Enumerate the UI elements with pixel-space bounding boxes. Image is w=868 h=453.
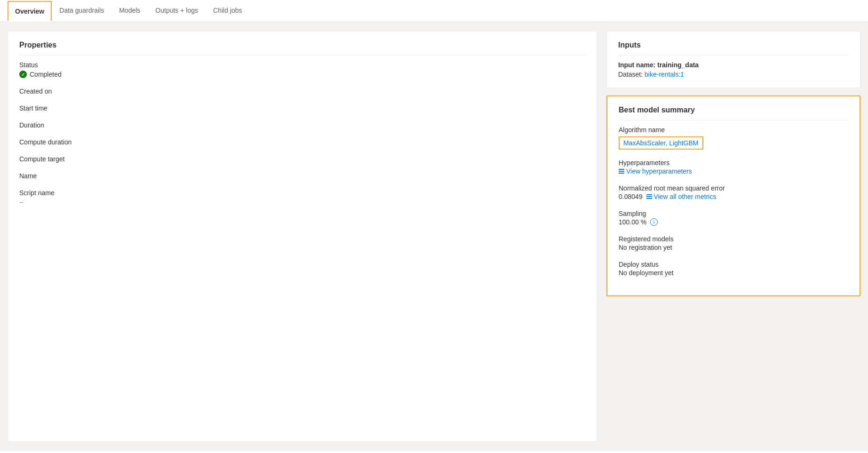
- nrmse-section: Normalized root mean squared error 0.080…: [619, 184, 848, 200]
- nrmse-value: 0.08049: [619, 193, 643, 200]
- inputs-card: Inputs Input name: training_data Dataset…: [606, 31, 860, 88]
- compute-duration-label: Compute duration: [19, 138, 585, 146]
- compute-target-section: Compute target: [19, 155, 585, 163]
- start-time-label: Start time: [19, 104, 585, 112]
- properties-panel: Properties Status Completed Created on S…: [8, 31, 597, 442]
- script-name-section: Script name --: [19, 189, 585, 206]
- name-section: Name: [19, 172, 585, 180]
- hyperparameters-label: Hyperparameters: [619, 159, 848, 167]
- deploy-status-section: Deploy status No deployment yet: [619, 261, 848, 277]
- script-name-value: --: [19, 199, 585, 206]
- nrmse-row: 0.08049 View all other metrics: [619, 193, 848, 200]
- tab-outputs-logs[interactable]: Outputs + logs: [148, 0, 206, 22]
- nrmse-label: Normalized root mean squared error: [619, 184, 848, 192]
- sampling-row: 100.00 % i: [619, 218, 848, 226]
- view-hyperparameters-link[interactable]: View hyperparameters: [619, 167, 692, 175]
- properties-title: Properties: [19, 41, 585, 49]
- dataset-link[interactable]: bike-rentals:1: [645, 71, 684, 78]
- status-value: Completed: [30, 71, 62, 78]
- algorithm-label: Algorithm name: [619, 126, 848, 134]
- status-success-icon: [19, 71, 27, 78]
- registered-models-label: Registered models: [619, 235, 848, 243]
- sampling-value: 100.00 %: [619, 218, 646, 226]
- duration-label: Duration: [19, 121, 585, 129]
- compute-duration-section: Compute duration: [19, 138, 585, 146]
- content-area: Properties Status Completed Created on S…: [0, 22, 868, 451]
- deploy-status-label: Deploy status: [619, 261, 848, 268]
- created-on-section: Created on: [19, 87, 585, 95]
- compute-target-label: Compute target: [19, 155, 585, 163]
- created-on-label: Created on: [19, 87, 585, 95]
- status-row: Completed: [19, 71, 585, 78]
- tab-data-guardrails[interactable]: Data guardrails: [52, 0, 111, 22]
- right-panel: Inputs Input name: training_data Dataset…: [606, 31, 860, 442]
- dataset-label: Dataset:: [618, 71, 643, 78]
- status-label: Status: [19, 61, 585, 69]
- view-other-metrics-link[interactable]: View all other metrics: [646, 193, 717, 200]
- tab-overview[interactable]: Overview: [8, 1, 52, 21]
- start-time-section: Start time: [19, 104, 585, 112]
- tab-bar: Overview Data guardrails Models Outputs …: [0, 0, 868, 22]
- sampling-label: Sampling: [619, 210, 848, 217]
- algorithm-value[interactable]: MaxAbsScaler, LightGBM: [619, 136, 703, 150]
- dataset-row: Dataset: bike-rentals:1: [618, 71, 849, 78]
- duration-section: Duration: [19, 121, 585, 129]
- name-label: Name: [19, 172, 585, 180]
- hyperparameters-row: View hyperparameters: [619, 167, 848, 175]
- status-section: Status Completed: [19, 61, 585, 78]
- hyperparameters-section: Hyperparameters View hyperparameters: [619, 159, 848, 175]
- tab-child-jobs[interactable]: Child jobs: [206, 0, 249, 22]
- list-icon-metrics: [646, 194, 652, 199]
- script-name-label: Script name: [19, 189, 585, 197]
- view-other-metrics-label: View all other metrics: [654, 193, 717, 200]
- deploy-status-value: No deployment yet: [619, 269, 848, 277]
- best-model-title: Best model summary: [619, 106, 848, 114]
- sampling-info-icon[interactable]: i: [650, 218, 658, 226]
- tab-models[interactable]: Models: [111, 0, 148, 22]
- best-model-card: Best model summary Algorithm name MaxAbs…: [606, 95, 860, 296]
- input-name: Input name: training_data: [618, 61, 849, 69]
- registered-models-section: Registered models No registration yet: [619, 235, 848, 251]
- inputs-title: Inputs: [618, 41, 849, 49]
- registered-models-value: No registration yet: [619, 244, 848, 251]
- sampling-section: Sampling 100.00 % i: [619, 210, 848, 226]
- view-hyperparameters-label: View hyperparameters: [626, 167, 692, 175]
- algorithm-section: Algorithm name MaxAbsScaler, LightGBM: [619, 126, 848, 150]
- list-icon: [619, 169, 624, 174]
